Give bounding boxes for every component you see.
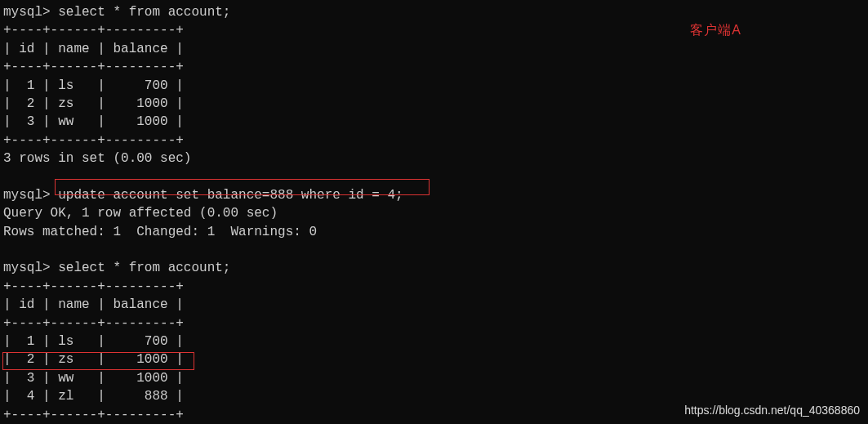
result-2b: Rows matched: 1 Changed: 1 Warnings: 0 bbox=[3, 223, 865, 241]
blank-1 bbox=[3, 168, 865, 186]
table3-row-2: | 2 | zs | 1000 | bbox=[3, 350, 865, 368]
watermark-url: https://blog.csdn.net/qq_40368860 bbox=[684, 403, 860, 419]
blank-2 bbox=[3, 241, 865, 259]
table3-header: | id | name | balance | bbox=[3, 296, 865, 314]
table3-border-top: +----+------+---------+ bbox=[3, 278, 865, 296]
table3-row-1: | 1 | ls | 700 | bbox=[3, 333, 865, 350]
result-1: 3 rows in set (0.00 sec) bbox=[3, 150, 865, 167]
sql-prompt-1: mysql> select * from account; bbox=[3, 3, 865, 21]
sql-prompt-2-update: mysql> update account set balance=888 wh… bbox=[3, 186, 865, 204]
table1-border-bottom: +----+------+---------+ bbox=[3, 132, 865, 150]
table3-border-mid: +----+------+---------+ bbox=[3, 315, 865, 333]
table1-border-mid: +----+------+---------+ bbox=[3, 58, 865, 76]
table1-row-1: | 1 | ls | 700 | bbox=[3, 77, 865, 95]
client-label-annotation: 客户端A bbox=[690, 21, 741, 39]
table1-header: | id | name | balance | bbox=[3, 40, 865, 58]
table3-row-3: | 3 | ww | 1000 | bbox=[3, 369, 865, 387]
table1-row-2: | 2 | zs | 1000 | bbox=[3, 95, 865, 113]
result-2a: Query OK, 1 row affected (0.00 sec) bbox=[3, 204, 865, 222]
sql-prompt-3: mysql> select * from account; bbox=[3, 259, 865, 277]
table1-row-3: | 3 | ww | 1000 | bbox=[3, 113, 865, 131]
